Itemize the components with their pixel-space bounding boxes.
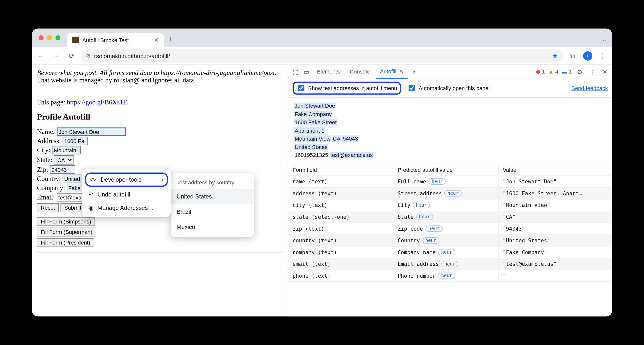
content-area: Beware what you post. All forms send dat… — [32, 65, 612, 316]
cell-predicted: Country heur — [394, 235, 498, 246]
submenu-option-mexico[interactable]: Mexico — [171, 219, 254, 234]
new-tab-button[interactable]: + — [168, 35, 172, 44]
heur-badge: heur — [422, 237, 440, 243]
table-row[interactable]: state (select-one)State heur"CA" — [288, 211, 612, 223]
table-row[interactable]: city (text)City heur"Mountain View" — [288, 199, 612, 211]
extensions-icon[interactable]: ⧉ — [566, 50, 578, 62]
profile-city: Mountain View — [294, 135, 331, 142]
issues-badge[interactable]: ▬ 1 — [562, 69, 572, 75]
profile-street: 1600 Fake Street — [294, 119, 337, 126]
inspect-icon[interactable]: ⬚ — [291, 68, 300, 75]
warning-badge[interactable]: ▲ 4 — [548, 69, 558, 75]
cell-predicted: State heur — [394, 211, 498, 222]
rendered-page: Beware what you post. All forms send dat… — [32, 65, 288, 316]
submenu-option-brazil[interactable]: Brazil — [171, 204, 254, 219]
table-row[interactable]: company (text)Company name heur"Fake Com… — [288, 246, 612, 258]
bookmark-star-icon[interactable]: ★ — [552, 51, 558, 60]
show-test-addresses-checkbox[interactable]: Show test addresses in autofill menu — [292, 82, 401, 95]
name-input[interactable] — [57, 127, 126, 136]
undo-icon: ↶ — [88, 191, 93, 198]
auto-open-panel-checkbox[interactable]: Automatically open this panel — [407, 84, 490, 93]
company-input[interactable] — [67, 184, 83, 192]
tab-console[interactable]: Console — [346, 65, 374, 79]
devtools-panel: ⬚ ▭ Elements Console Autofill ✕ » ⊗ 1 ▲ … — [288, 65, 612, 316]
chrome-menu-icon[interactable]: ⋮ — [597, 50, 609, 62]
cell-predicted: City heur — [394, 199, 498, 211]
cell-value: "1600 Fake Street, Apart… — [498, 187, 612, 199]
show-test-checkbox-input[interactable] — [298, 85, 304, 91]
chevron-right-icon: › — [162, 176, 164, 183]
fill-president-button[interactable]: Fill Form (President) — [37, 238, 94, 247]
city-input[interactable] — [52, 146, 81, 154]
submenu-header: Test address by country — [171, 176, 254, 189]
ctx-manage-addresses[interactable]: ◉ Manage Addresses… — [82, 201, 171, 215]
country-label: Country: — [37, 175, 61, 183]
close-tab-icon[interactable]: ✕ — [154, 37, 159, 43]
this-page-label: This page: — [37, 99, 67, 106]
site-settings-icon[interactable]: ⚙ — [86, 53, 91, 59]
devtools-menu-icon[interactable]: ⋮ — [588, 68, 597, 75]
cell-value: "CA" — [498, 211, 612, 222]
close-devtools-icon[interactable]: ✕ — [600, 68, 610, 75]
profile-state: CA — [332, 135, 341, 142]
tab-autofill[interactable]: Autofill ✕ — [376, 65, 408, 79]
col-predicted: Predicted autofill value — [394, 164, 498, 175]
heur-badge: heur — [426, 225, 443, 232]
autofill-table: Form field Predicted autofill value Valu… — [288, 163, 612, 316]
profile-phone: 16019521325 — [294, 152, 329, 158]
more-tabs-icon[interactable]: » — [409, 68, 418, 75]
error-badge[interactable]: ⊗ 1 — [536, 69, 545, 75]
table-row[interactable]: zip (text)Zip code heur"94043" — [288, 223, 612, 235]
window-controls — [38, 35, 60, 40]
auto-open-label: Automatically open this panel — [419, 85, 490, 91]
table-row[interactable]: phone (text)Phone number heur"" — [288, 270, 612, 282]
settings-gear-icon[interactable]: ⚙ — [575, 68, 584, 75]
reload-button[interactable]: ⟳ — [66, 50, 78, 62]
page-heading: Profile Autofill — [37, 112, 283, 122]
back-button[interactable]: ← — [35, 50, 47, 62]
cell-value: "Mountain View" — [498, 199, 612, 211]
maximize-window-button[interactable] — [56, 35, 60, 40]
table-row[interactable]: name (text)Full name heur"Jon Stewart Do… — [288, 176, 612, 188]
profile-country: United States — [294, 144, 328, 150]
profile-avatar[interactable]: • — [582, 50, 594, 62]
country-input[interactable] — [62, 175, 83, 183]
name-label: Name: — [37, 128, 55, 136]
col-form-field: Form field — [288, 164, 394, 175]
forward-button[interactable]: → — [50, 50, 62, 62]
table-row[interactable]: address (text)Street address heur"1600 F… — [288, 187, 612, 199]
state-select[interactable]: CA — [54, 155, 74, 164]
fill-superman-button[interactable]: Fill Form (Superman) — [37, 228, 96, 237]
close-tab-icon[interactable]: ✕ — [399, 68, 404, 75]
ctx-manage-label: Manage Addresses… — [98, 204, 154, 211]
address-bar[interactable]: ⚙ rsolomakhin.github.io/autofill/ ★ — [80, 49, 564, 62]
submenu-option-us[interactable]: United States — [171, 189, 254, 204]
tab-elements[interactable]: Elements — [313, 65, 344, 79]
ctx-undo-autofill[interactable]: ↶ Undo autofill — [82, 188, 171, 201]
ctx-dev-tools-label: Developer tools — [101, 176, 142, 183]
reset-button[interactable]: Reset — [37, 203, 58, 212]
ctx-developer-tools[interactable]: <> Developer tools › — [85, 173, 168, 187]
this-page-link[interactable]: https://goo.gl/B6Xs1E — [67, 99, 127, 106]
devtools-tabbar: ⬚ ▭ Elements Console Autofill ✕ » ⊗ 1 ▲ … — [288, 65, 612, 79]
address-input[interactable] — [62, 137, 88, 145]
minimize-window-button[interactable] — [47, 35, 52, 40]
table-row[interactable]: country (text)Country heur"United States… — [288, 235, 612, 246]
auto-open-checkbox-input[interactable] — [408, 85, 415, 91]
zip-input[interactable] — [50, 165, 75, 174]
cell-field: state (select-one) — [288, 211, 394, 222]
close-window-button[interactable] — [38, 35, 44, 40]
device-toggle-icon[interactable]: ▭ — [302, 68, 311, 75]
submit-button[interactable]: Submit — [60, 203, 85, 212]
table-row[interactable]: email (text)Email address heur"test@exam… — [288, 258, 612, 270]
tabs-overflow-icon[interactable]: ⌄ — [602, 36, 607, 42]
browser-tab[interactable]: Autofill Smoke Test ✕ — [67, 33, 164, 47]
browser-window: Autofill Smoke Test ✕ + ⌄ ← → ⟳ ⚙ rsolom… — [32, 29, 612, 316]
state-label: State: — [37, 156, 52, 164]
cell-field: zip (text) — [288, 223, 394, 234]
send-feedback-link[interactable]: Send feedback — [572, 85, 608, 91]
cell-predicted: Company name heur — [394, 246, 498, 258]
cell-predicted: Phone number heur — [394, 270, 498, 281]
cell-field: address (text) — [288, 187, 394, 199]
fill-simpsons-button[interactable]: Fill Form (Simpsons) — [37, 217, 95, 226]
